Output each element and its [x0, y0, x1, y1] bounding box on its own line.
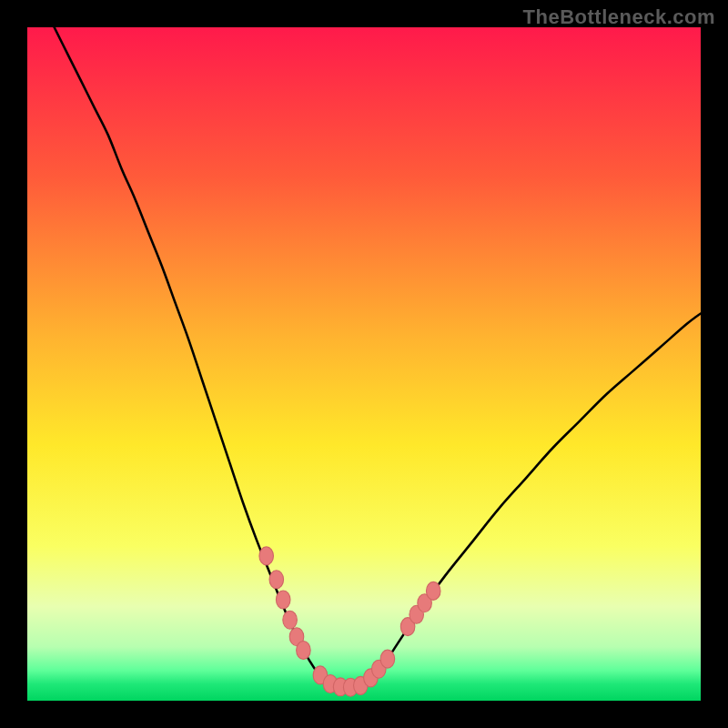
bottleneck-curve: [55, 27, 701, 687]
marker-point: [380, 650, 395, 668]
highlighted-markers: [259, 547, 440, 696]
plot-area: [27, 27, 701, 701]
curve-layer: [27, 27, 701, 701]
marker-point: [259, 547, 274, 565]
marker-point: [297, 642, 311, 660]
watermark-text: TheBottleneck.com: [523, 5, 715, 29]
marker-point: [283, 611, 298, 629]
marker-point: [426, 581, 440, 600]
chart-frame: TheBottleneck.com: [0, 0, 728, 728]
marker-point: [276, 591, 290, 609]
marker-point: [269, 571, 284, 589]
